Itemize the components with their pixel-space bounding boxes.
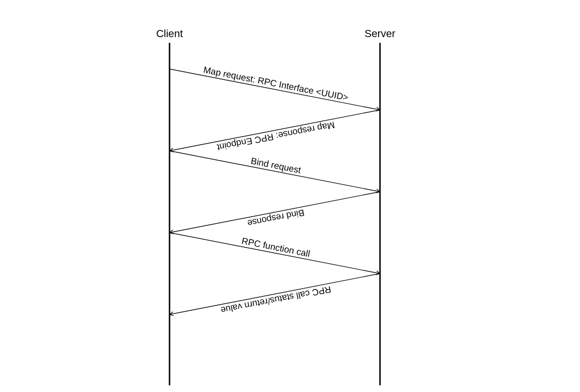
message-label: Map request: RPC Interface <UUID> xyxy=(203,65,350,103)
message-arrow xyxy=(170,69,380,110)
message-label: Map response: RPC Endpoint xyxy=(216,120,335,153)
message-label: RPC call status/return value xyxy=(220,284,332,315)
server-actor-label: Server xyxy=(365,28,396,40)
message-label: Bind request xyxy=(250,156,302,175)
message-arrow xyxy=(170,151,380,192)
message-label: Bind response xyxy=(247,207,305,228)
client-actor-label: Client xyxy=(156,28,183,40)
message-arrow xyxy=(170,192,380,233)
message-arrow xyxy=(170,110,380,151)
sequence-diagram: Client Server Map request: RPC Interface… xyxy=(0,0,580,392)
diagram-canvas: Map request: RPC Interface <UUID>Map res… xyxy=(0,0,580,392)
message-label: RPC function call xyxy=(241,236,311,259)
message-arrow xyxy=(170,233,380,274)
message-arrow xyxy=(170,274,380,314)
